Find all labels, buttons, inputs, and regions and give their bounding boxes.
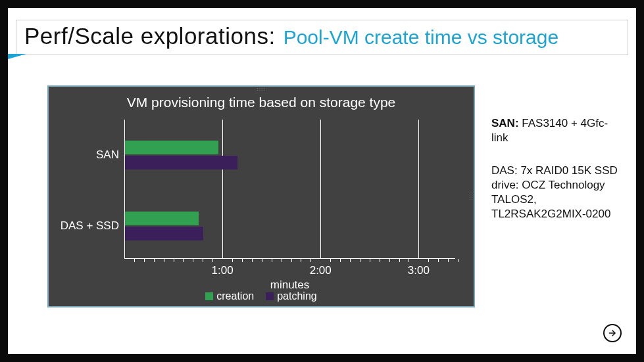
x-tick-label: 1:00 [212, 264, 234, 277]
x-tick-minor [458, 259, 458, 262]
x-tick-minor [409, 259, 409, 262]
x-tick-minor [242, 259, 243, 262]
bar-creation [125, 212, 199, 225]
slide-title-bar: Perf/Scale explorations: Pool-VM create … [16, 20, 628, 55]
arrow-right-icon [608, 328, 617, 338]
legend-item: creation [205, 290, 254, 302]
x-tick-minor [203, 259, 203, 262]
next-slide-button[interactable] [603, 324, 622, 342]
note-san-label: SAN: [491, 117, 519, 129]
x-tick-minor [389, 259, 390, 262]
title-sub: Pool-VM create time vs storage [284, 26, 559, 49]
x-tick-minor [399, 259, 400, 262]
gridline [320, 120, 321, 259]
x-tick-minor [340, 259, 341, 262]
x-tick-minor [164, 259, 164, 262]
x-tick-minor [330, 259, 331, 262]
x-tick-minor [310, 259, 311, 262]
x-axis-title: minutes [270, 279, 310, 292]
x-tick-minor [350, 259, 351, 262]
resize-grip-right[interactable]: :::: [468, 192, 474, 201]
x-tick-minor [144, 259, 145, 262]
y-category-label: SAN [59, 148, 119, 162]
note-san: SAN: FAS3140 + 4Gfc-link [491, 116, 619, 145]
y-category-label: DAS + SSD [59, 219, 119, 233]
x-tick-minor [134, 259, 135, 262]
x-tick-minor [301, 259, 301, 262]
bar-patching [125, 227, 203, 240]
legend-swatch [205, 292, 213, 300]
x-tick-label: 2:00 [310, 264, 332, 277]
x-tick-minor [438, 259, 439, 262]
x-tick-label: 3:00 [408, 264, 430, 277]
chart-container: :::: :::: VM provisioning time based on … [47, 85, 475, 307]
legend-item: patching [266, 290, 317, 302]
x-tick-minor [212, 259, 213, 262]
resize-grip-top[interactable]: :::: [257, 86, 266, 92]
sidebar-notes: SAN: FAS3140 + 4Gfc-link DAS: 7x RAID0 1… [491, 116, 619, 222]
x-tick-minor [232, 259, 233, 262]
x-tick-minor [360, 259, 360, 262]
x-tick-minor [193, 259, 193, 262]
x-tick-minor [174, 259, 174, 262]
x-tick-minor [448, 259, 449, 262]
x-tick-minor [262, 259, 262, 262]
gridline [418, 120, 419, 259]
x-tick-minor [370, 259, 370, 262]
legend-swatch [266, 292, 274, 300]
x-tick-minor [183, 259, 184, 262]
bar-patching [125, 156, 237, 170]
x-tick-minor [272, 259, 272, 262]
slide: Perf/Scale explorations: Pool-VM create … [8, 8, 636, 354]
gridline [222, 120, 223, 259]
x-tick-minor [154, 259, 155, 262]
x-tick-minor [291, 259, 292, 262]
x-tick-minor [428, 259, 429, 262]
accent-decoration [8, 54, 26, 59]
x-tick-minor [252, 259, 253, 262]
bar-creation [125, 141, 218, 154]
note-das: DAS: 7x RAID0 15K SSD drive: OCZ Technol… [491, 164, 619, 221]
title-main: Perf/Scale explorations: [24, 23, 276, 49]
plot-area: minutes 1:002:003:00SANDAS + SSD [124, 120, 455, 259]
x-tick-minor [282, 259, 282, 262]
legend-label: patching [277, 290, 317, 302]
legend-label: creation [216, 290, 254, 302]
legend: creationpatching [49, 290, 474, 302]
x-tick-minor [380, 259, 380, 262]
